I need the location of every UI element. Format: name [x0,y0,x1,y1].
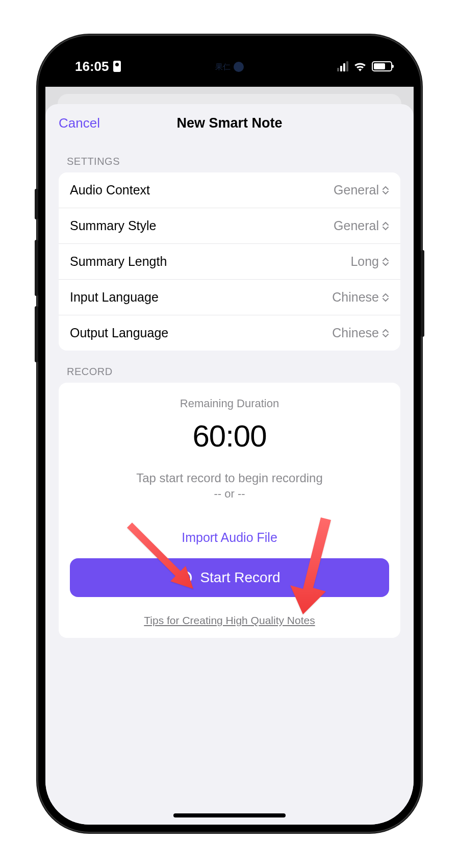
row-input-language[interactable]: Input Language Chinese [59,280,400,315]
row-label: Summary Length [70,254,167,269]
row-value: Chinese [332,326,379,340]
new-note-sheet: Cancel New Smart Note SETTINGS Audio Con… [45,104,414,825]
row-value: Long [350,254,379,269]
clock: 16:05 [75,59,109,75]
volume-down-button [35,306,38,362]
record-section-header: RECORD [45,351,414,383]
tips-link[interactable]: Tips for Creating High Quality Notes [70,614,389,627]
record-card: Remaining Duration 60:00 Tap start recor… [59,383,400,638]
wifi-icon [353,61,367,71]
up-down-chevron-icon [382,293,389,302]
sheet-title: New Smart Note [59,115,400,131]
power-button [421,250,424,337]
row-value: General [334,183,379,197]
row-label: Audio Context [70,183,150,197]
row-audio-context[interactable]: Audio Context General [59,172,400,208]
sheet-header: Cancel New Smart Note [45,104,414,140]
status-left: 16:05 [75,56,121,75]
settings-section-header: SETTINGS [45,140,414,172]
status-right [337,58,392,71]
row-label: Summary Style [70,218,156,233]
record-hint-or: -- or -- [70,487,389,501]
volume-up-button [35,240,38,296]
start-record-button[interactable]: Start Record [70,558,389,597]
remaining-duration-label: Remaining Duration [70,397,389,410]
row-output-language[interactable]: Output Language Chinese [59,315,400,351]
phone-screen: 果仁 16:05 [45,43,414,825]
up-down-chevron-icon [382,186,389,194]
cancel-button[interactable]: Cancel [59,115,100,131]
island-text: 果仁 [215,62,231,72]
island-avatar-icon [234,62,244,72]
up-down-chevron-icon [382,258,389,266]
up-down-chevron-icon [382,222,389,230]
row-summary-style[interactable]: Summary Style General [59,208,400,244]
row-summary-length[interactable]: Summary Length Long [59,244,400,280]
row-value: Chinese [332,290,379,305]
remaining-duration-value: 60:00 [70,418,389,454]
record-hint: Tap start record to begin recording [70,471,389,485]
sim-card-icon [113,61,121,72]
phone-frame: 果仁 16:05 [38,36,421,832]
row-label: Input Language [70,290,159,305]
import-audio-link[interactable]: Import Audio File [182,530,277,545]
row-value: General [334,218,379,233]
settings-card: Audio Context General Summary Style Gene… [59,172,400,351]
row-label: Output Language [70,326,168,340]
battery-icon [372,61,392,71]
record-icon [178,571,192,584]
cellular-signal-icon [337,61,348,71]
home-indicator[interactable] [173,813,286,817]
silence-switch [35,189,38,219]
dynamic-island: 果仁 [180,54,279,80]
up-down-chevron-icon [382,329,389,337]
start-record-label: Start Record [200,569,280,586]
